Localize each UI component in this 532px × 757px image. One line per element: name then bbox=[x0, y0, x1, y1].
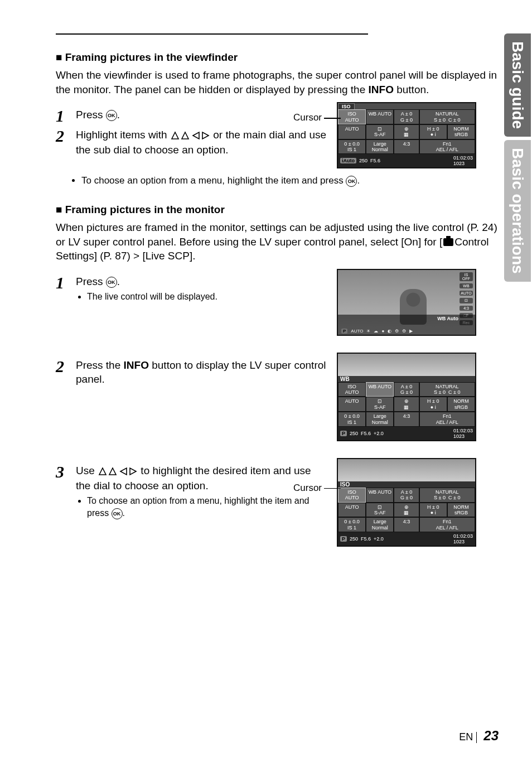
step1-bullet: The live control will be displayed. bbox=[87, 291, 327, 303]
live-control-title: WB Auto bbox=[437, 316, 458, 321]
lcd-figure-viewfinder: Cursor ISO ISO AUTO WB AUTO A ± 0G ± 0 N… bbox=[337, 102, 499, 168]
ok-button-icon: OK bbox=[106, 277, 117, 288]
lcd-flash: AUTO bbox=[338, 503, 366, 518]
step3-bullet: To choose an option from a menu, highlig… bbox=[87, 495, 327, 519]
mode-badge: iAuto bbox=[340, 158, 356, 163]
step3-text: Use to highlight the desired item and us… bbox=[76, 465, 311, 491]
lcd-saf: ⊡S-AF bbox=[366, 503, 394, 518]
lcd-43: 4:3 bbox=[394, 517, 419, 532]
camera-icon bbox=[443, 238, 453, 246]
lcd-43: 4:3 bbox=[394, 139, 419, 155]
panel-label-iso: ISO bbox=[338, 481, 475, 488]
heading-monitor: ■ Framing pictures in the monitor bbox=[56, 204, 499, 216]
lcd-exp: 0 ± 0.0IS 1 bbox=[338, 139, 366, 155]
steps-monitor-1: 1 Press OK. The live control will be dis… bbox=[56, 271, 327, 307]
lcd-ael: Fn1AEL / AFL bbox=[419, 412, 475, 427]
lcd-norm: NORMsRGB bbox=[447, 397, 475, 412]
lcd-flash: AUTO bbox=[338, 397, 366, 412]
ok-button-icon: OK bbox=[112, 508, 123, 519]
cursor-label: Cursor bbox=[293, 483, 341, 494]
ok-button-icon: OK bbox=[346, 176, 357, 187]
lcd-natural: NATURALS ± 0 C ± 0 bbox=[419, 382, 475, 397]
tab-basic-operations: Basic operations bbox=[504, 140, 531, 282]
lcd-h0: H ± 0● i bbox=[419, 397, 447, 412]
step-number: 3 bbox=[56, 464, 76, 520]
lcd-h0: H ± 0● i bbox=[419, 124, 447, 139]
heading-viewfinder: ■ Framing pictures in the viewfinder bbox=[56, 51, 499, 64]
page-footer: EN23 bbox=[459, 728, 499, 744]
lcd-a0: A ± 0G ± 0 bbox=[394, 488, 419, 503]
step-number: 1 bbox=[56, 108, 76, 124]
lv-scp-figure: WB ISO AUTO WB AUTO A ± 0G ± 0 NATURALS … bbox=[337, 353, 476, 441]
mode-badge: P bbox=[340, 536, 347, 542]
step2-text-m: Press the INFO button to display the LV … bbox=[76, 358, 327, 387]
lcd-large: LargeNormal bbox=[366, 139, 394, 155]
lcd-wb: WB AUTO bbox=[366, 109, 394, 124]
lcd-a0: A ± 0G ± 0 bbox=[394, 382, 419, 397]
live-control-figure: IS OFF WB AUTO ⊡ 4:3 □F Rec WB Auto P AU… bbox=[337, 269, 476, 336]
lcd-natural: NATURALS ± 0 C ± 0 bbox=[419, 488, 475, 503]
lcd-norm: NORMsRGB bbox=[447, 124, 475, 139]
lcd-large: LargeNormal bbox=[366, 412, 394, 427]
lcd-ael: Fn1AEL / AFL bbox=[419, 139, 475, 155]
lcd-grid: ⊕▦ bbox=[394, 124, 419, 139]
step2-text: Highlight items with or the main dial an… bbox=[76, 128, 327, 157]
steps-viewfinder: 1 Press OK. 2 Highlight items with or th… bbox=[56, 104, 327, 160]
step1-text-m: Press OK. bbox=[76, 276, 120, 287]
lcd-norm: NORMsRGB bbox=[447, 503, 475, 518]
step1-text: Press OK. bbox=[76, 108, 327, 124]
dpad-icon bbox=[170, 128, 210, 143]
lcd-natural: NATURALS ± 0 C ± 0 bbox=[419, 109, 475, 124]
lcd-iso: ISO AUTO bbox=[338, 382, 366, 397]
step-number: 1 bbox=[56, 274, 76, 304]
steps-monitor-2: 2 Press the INFO button to display the L… bbox=[56, 355, 327, 390]
cursor-label: Cursor bbox=[293, 112, 341, 123]
step-number: 2 bbox=[56, 128, 76, 157]
lcd-wb: WB AUTO bbox=[366, 382, 394, 397]
lcd-iso: ISO AUTO bbox=[338, 109, 366, 124]
lcd-exp: 0 ± 0.0IS 1 bbox=[338, 412, 366, 427]
panel-label-wb: WB bbox=[338, 376, 475, 382]
lcd-saf-row: ⊡S-AF bbox=[366, 124, 394, 139]
ok-button-icon: OK bbox=[106, 110, 117, 121]
tab-basic-guide: Basic guide bbox=[504, 33, 531, 137]
lcd-ael: Fn1AEL / AFL bbox=[419, 517, 475, 532]
lcd-large: LargeNormal bbox=[366, 517, 394, 532]
lcd-tab: ISO bbox=[338, 103, 355, 109]
lcd-iso: ISO AUTO bbox=[338, 488, 366, 503]
lcd-h0: H ± 0● i bbox=[419, 503, 447, 518]
intro-monitor: When pictures are framed in the monitor,… bbox=[56, 220, 499, 263]
note-choose-option: To choose an option from a menu, highlig… bbox=[81, 175, 499, 187]
lcd-saf: ⊡S-AF bbox=[366, 397, 394, 412]
header-rule bbox=[56, 33, 368, 35]
lcd-43: 4:3 bbox=[394, 412, 419, 427]
intro-viewfinder: When the viewfinder is used to frame pho… bbox=[56, 68, 499, 97]
lcd-grid: ⊕▦ bbox=[394, 503, 419, 518]
side-tabs: Basic guide Basic operations bbox=[504, 33, 532, 285]
steps-monitor-3: 3 Use to highlight the desired item and … bbox=[56, 460, 327, 524]
lcd-flash: AUTO bbox=[338, 124, 366, 139]
lcd-grid: ⊕▦ bbox=[394, 397, 419, 412]
dpad-icon bbox=[98, 464, 138, 479]
lcd-a0: A ± 0G ± 0 bbox=[394, 109, 419, 124]
step-number: 2 bbox=[56, 358, 76, 387]
mode-badge: P bbox=[340, 431, 347, 436]
lv-scp-cursor-figure: Cursor ISO ISO AUTO WB AUTO A ± 0G ± 0 N… bbox=[337, 458, 499, 547]
lcd-exp: 0 ± 0.0IS 1 bbox=[338, 517, 366, 532]
lcd-wb: WB AUTO bbox=[366, 488, 394, 503]
